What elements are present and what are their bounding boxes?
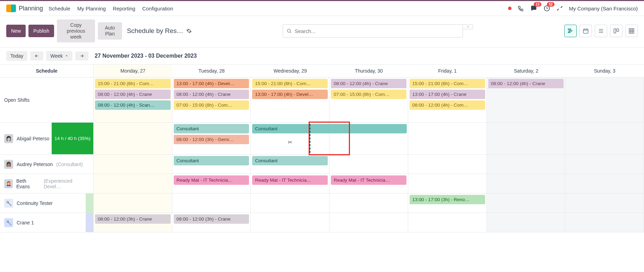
shift[interactable]: 07:00 - 15:00 (8h) - Com… (331, 90, 406, 99)
shift[interactable]: 13:00 - 17:00 (4h) - Devel… (174, 79, 249, 88)
copy-previous-week-button[interactable]: Copy previous week (57, 19, 95, 42)
activities-icon[interactable]: 52 (543, 5, 550, 12)
cell-ct-d6[interactable] (565, 193, 644, 213)
cell-open-d3[interactable]: 08:00 - 12:00 (4h) - Crane 07:00 - 15:00… (329, 77, 408, 123)
cell-beth-d1[interactable]: Ready Mat - IT Technicia… (172, 174, 251, 193)
cell-abigail-d1[interactable]: Consultant 08:00 - 12:00 (3h) - Gemi… (172, 123, 251, 155)
shift[interactable]: 15:00 - 21:00 (6h) - Com… (252, 79, 328, 88)
shift[interactable]: 15:00 - 21:00 (6h) - Com… (95, 79, 171, 88)
shift[interactable]: Consultant (174, 156, 249, 165)
shift[interactable]: 08:00 - 12:00 (3h) - Gemi… (174, 135, 249, 144)
shift[interactable]: 08:00 - 12:00 (4h) - Crane (488, 79, 564, 88)
shift[interactable]: Ready Mat - IT Technicia… (174, 175, 249, 185)
shift[interactable]: 07:00 - 15:00 (8h) - Com… (174, 100, 249, 110)
shift[interactable]: 13:00 - 17:00 (3h) - Reno… (410, 195, 485, 204)
company-selector[interactable]: My Company (San Francisco) (569, 6, 638, 11)
shift[interactable]: Ready Mat - IT Technicia… (252, 175, 328, 185)
shift[interactable]: 08:00 - 12:00 (4h) - Crane (95, 90, 171, 99)
col-header-sat[interactable]: Saturday, 2 (487, 64, 566, 77)
phone-icon[interactable] (518, 5, 524, 11)
cell-ct-d1[interactable] (172, 193, 251, 213)
cell-beth-d5[interactable] (487, 174, 566, 193)
shift[interactable]: 15:00 - 21:00 (6h) - Com… (410, 79, 485, 88)
col-header-thu[interactable]: Thursday, 30 (329, 64, 408, 77)
gear-icon[interactable] (186, 28, 192, 34)
row-crane1[interactable]: 🔧 Crane 1 (0, 213, 94, 232)
new-button[interactable]: New (6, 25, 26, 37)
scissors-icon[interactable]: ✂ (288, 139, 292, 146)
auto-plan-button[interactable]: Auto Plan (98, 22, 122, 40)
today-button[interactable]: Today (6, 51, 27, 61)
cell-crane-d3[interactable] (329, 213, 408, 232)
nav-configuration[interactable]: Configuration (142, 6, 173, 11)
shift[interactable]: 08:00 - 12:00 (4h) - Crane (331, 79, 406, 88)
cell-beth-d0[interactable] (94, 174, 172, 193)
row-abigail[interactable]: 👩🏻 Abigail Peterso 14 h / 40 h (35%) (0, 123, 94, 155)
cell-abigail-d3[interactable] (329, 123, 408, 155)
view-gantt-button[interactable] (564, 25, 577, 37)
cell-crane-d1[interactable]: 08:00 - 12:00 (3h) - Crane (172, 213, 251, 232)
cell-audrey-d2[interactable]: Consultant (251, 155, 329, 174)
row-continuity-tester[interactable]: 🔧 Continuity Tester (0, 193, 94, 213)
cell-ct-d3[interactable] (329, 193, 408, 213)
row-beth[interactable]: 👩🏻‍🦰 Beth Evans (Experienced Devel… (0, 174, 94, 193)
shift[interactable]: 13:00 - 17:00 (4h) - Crane (410, 90, 485, 99)
shift[interactable]: 08:00 - 12:00 (4h) - Scan… (95, 100, 171, 110)
search-dropdown[interactable] (463, 24, 473, 29)
cell-beth-d2[interactable]: Ready Mat - IT Technicia… (251, 174, 329, 193)
cell-abigail-d5[interactable] (487, 123, 566, 155)
col-header-fri[interactable]: Friday, 1 (408, 64, 487, 77)
shift[interactable]: 08:00 - 12:00 (3h) - Crane (174, 214, 249, 224)
shift[interactable]: 08:00 - 12:00 (3h) - Crane (95, 214, 171, 224)
row-open-shifts[interactable]: Open Shifts (0, 77, 94, 123)
cell-beth-d4[interactable] (408, 174, 487, 193)
cell-crane-d5[interactable] (487, 213, 566, 232)
next-period-button[interactable] (75, 51, 88, 60)
cell-crane-d4[interactable] (408, 213, 487, 232)
cell-audrey-d0[interactable] (94, 155, 172, 174)
publish-button[interactable]: Publish (28, 25, 54, 37)
tools-icon[interactable] (557, 5, 563, 11)
shift[interactable]: Ready Mat - IT Technicia… (331, 175, 406, 185)
cell-abigail-d4[interactable] (408, 123, 487, 155)
row-audrey[interactable]: 👩🏽 Audrey Peterson (Consultant) (0, 155, 94, 174)
cell-crane-d0[interactable]: 08:00 - 12:00 (3h) - Crane (94, 213, 172, 232)
cell-abigail-d6[interactable] (565, 123, 644, 155)
cell-audrey-d6[interactable] (565, 155, 644, 174)
col-header-tue[interactable]: Tuesday, 28 (172, 64, 251, 77)
col-header-mon[interactable]: Monday, 27 (94, 64, 172, 77)
cell-ct-d5[interactable] (487, 193, 566, 213)
shift[interactable]: 08:00 - 12:00 (4h) - Crane (174, 90, 249, 99)
search-input[interactable] (295, 28, 460, 34)
messages-icon[interactable]: 13 (530, 5, 537, 12)
cell-audrey-d3[interactable] (329, 155, 408, 174)
cell-beth-d3[interactable]: Ready Mat - IT Technicia… (329, 174, 408, 193)
cell-open-d1[interactable]: 13:00 - 17:00 (4h) - Devel… 08:00 - 12:0… (172, 77, 251, 123)
nav-reporting[interactable]: Reporting (113, 6, 135, 11)
prev-period-button[interactable] (30, 51, 43, 60)
cell-crane-d2[interactable] (251, 213, 329, 232)
cell-audrey-d5[interactable] (487, 155, 566, 174)
cell-audrey-d4[interactable] (408, 155, 487, 174)
app-logo[interactable]: Planning (6, 5, 43, 12)
view-pivot-button[interactable] (625, 25, 638, 37)
cell-open-d5[interactable]: 08:00 - 12:00 (4h) - Crane (487, 77, 566, 123)
shift[interactable]: Consultant (174, 124, 249, 133)
cell-open-d4[interactable]: 15:00 - 21:00 (6h) - Com… 13:00 - 17:00 … (408, 77, 487, 123)
cell-ct-d2[interactable] (251, 193, 329, 213)
shift[interactable]: 13:00 - 17:00 (4h) - Devel… (252, 90, 328, 99)
cell-beth-d6[interactable] (565, 174, 644, 193)
view-kanban-button[interactable] (610, 25, 622, 37)
cell-open-d2[interactable]: 15:00 - 21:00 (6h) - Com… 13:00 - 17:00 … (251, 77, 329, 123)
nav-my-planning[interactable]: My Planning (77, 6, 106, 11)
cell-ct-d4[interactable]: 13:00 - 17:00 (3h) - Reno… (408, 193, 487, 213)
shift[interactable]: Consultant (252, 156, 328, 165)
cell-crane-d6[interactable] (565, 213, 644, 232)
cell-ct-d0[interactable] (94, 193, 172, 213)
search-box[interactable] (283, 24, 463, 38)
range-selector[interactable]: Week (46, 51, 72, 61)
cell-audrey-d1[interactable]: Consultant (172, 155, 251, 174)
col-header-wed[interactable]: Wednesday, 29 (251, 64, 329, 77)
cell-abigail-d2[interactable]: Consultant ✂ (251, 123, 329, 155)
cell-open-d0[interactable]: 15:00 - 21:00 (6h) - Com… 08:00 - 12:00 … (94, 77, 172, 123)
